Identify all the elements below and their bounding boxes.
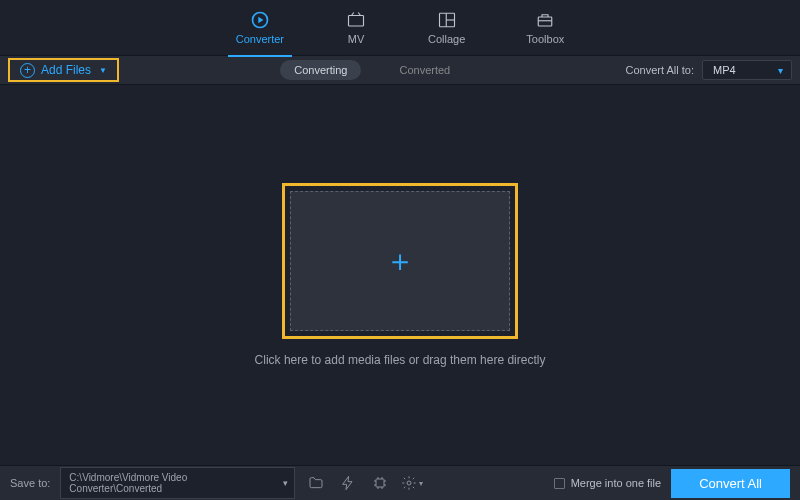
collage-icon	[436, 11, 458, 29]
hardware-accel-button[interactable]	[369, 472, 391, 494]
merge-label: Merge into one file	[571, 477, 662, 489]
settings-button[interactable]: ▾	[401, 472, 423, 494]
format-select-value: MP4	[713, 64, 736, 76]
mv-icon	[345, 11, 367, 29]
checkbox-box-icon	[554, 478, 565, 489]
drop-hint-text: Click here to add media files or drag th…	[255, 353, 546, 367]
chevron-down-icon: ▾	[419, 479, 423, 488]
tab-toolbox[interactable]: Toolbox	[518, 7, 572, 49]
tab-collage-label: Collage	[428, 33, 465, 45]
svg-rect-7	[376, 479, 384, 487]
tab-collage[interactable]: Collage	[420, 7, 473, 49]
add-files-button[interactable]: + Add Files ▼	[8, 58, 119, 82]
convert-all-to-label: Convert All to:	[626, 64, 694, 76]
chevron-down-icon: ▼	[99, 66, 107, 75]
tab-converter-label: Converter	[236, 33, 284, 45]
drop-zone[interactable]: ＋	[290, 191, 510, 331]
svg-point-8	[407, 481, 411, 485]
tab-converting[interactable]: Converting	[280, 60, 361, 80]
tab-mv-label: MV	[348, 33, 365, 45]
tab-mv[interactable]: MV	[337, 7, 375, 49]
add-files-label: Add Files	[41, 63, 91, 77]
plus-icon: ＋	[385, 241, 415, 282]
toolbox-icon	[534, 11, 556, 29]
drop-zone-highlight: ＋	[282, 183, 518, 339]
sub-tabs: Converting Converted	[280, 60, 464, 80]
chip-icon	[372, 475, 388, 491]
convert-all-to-group: Convert All to: MP4	[626, 60, 792, 80]
top-nav: Converter MV Collage Toolbox	[0, 0, 800, 55]
tab-converted[interactable]: Converted	[385, 60, 464, 80]
save-path-select[interactable]: C:\Vidmore\Vidmore Video Converter\Conve…	[60, 467, 295, 499]
main-drop-area: ＋ Click here to add media files or drag …	[0, 85, 800, 465]
flash-off-button[interactable]	[337, 472, 359, 494]
folder-icon	[308, 475, 324, 491]
gear-icon	[401, 475, 417, 491]
merge-checkbox[interactable]: Merge into one file	[554, 477, 662, 489]
bottom-bar: Save to: C:\Vidmore\Vidmore Video Conver…	[0, 465, 800, 500]
flash-icon	[340, 475, 356, 491]
open-folder-button[interactable]	[305, 472, 327, 494]
format-select[interactable]: MP4	[702, 60, 792, 80]
svg-rect-1	[349, 15, 364, 26]
save-path-value: C:\Vidmore\Vidmore Video Converter\Conve…	[69, 472, 187, 494]
converter-icon	[249, 11, 271, 29]
tab-converter[interactable]: Converter	[228, 7, 292, 49]
toolbar: + Add Files ▼ Converting Converted Conve…	[0, 55, 800, 85]
svg-rect-5	[539, 17, 553, 26]
convert-all-button[interactable]: Convert All	[671, 469, 790, 498]
plus-circle-icon: +	[20, 63, 35, 78]
save-to-label: Save to:	[10, 477, 50, 489]
tab-toolbox-label: Toolbox	[526, 33, 564, 45]
